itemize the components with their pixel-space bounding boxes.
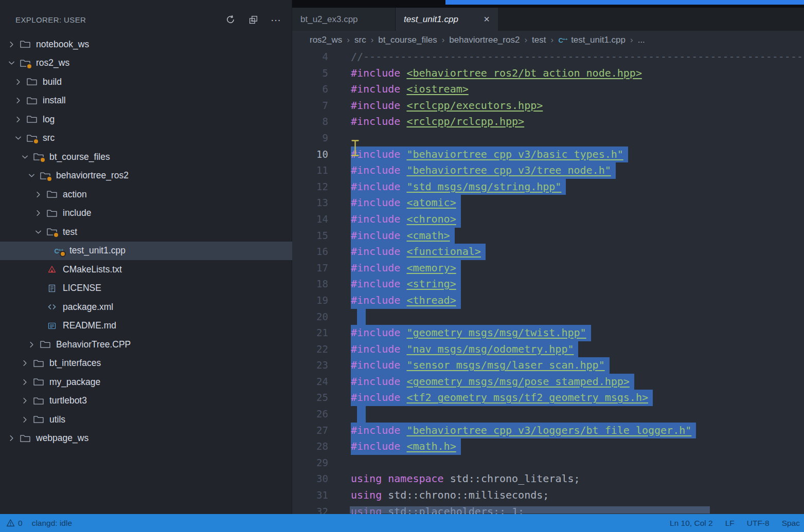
breadcrumb-separator: › xyxy=(550,35,553,45)
breadcrumb-item-src[interactable]: src xyxy=(354,35,366,45)
close-icon[interactable]: × xyxy=(484,13,490,25)
code-line-18[interactable]: 18#include <string> xyxy=(292,276,804,292)
tree-item-license[interactable]: LICENSE xyxy=(0,279,292,298)
tree-item-bt-interfaces[interactable]: bt_interfaces xyxy=(0,354,292,373)
code-line-25[interactable]: 25#include <tf2_geometry_msgs/tf2_geomet… xyxy=(292,390,804,406)
code-line-4[interactable]: 4//-------------------------------------… xyxy=(292,49,804,65)
collapse-folders-icon[interactable] xyxy=(247,13,259,26)
horizontal-scrollbar[interactable] xyxy=(350,506,710,513)
tree-item-webpage-ws[interactable]: webpage_ws xyxy=(0,429,292,448)
chevron-down-icon xyxy=(7,59,15,67)
tree-item-label: ros2_ws xyxy=(36,58,69,68)
tab-bt-u2-ex3-cpp[interactable]: bt_u2_ex3.cpp xyxy=(292,8,396,31)
code-line-31[interactable]: 31using std::chrono::milliseconds; xyxy=(292,487,804,504)
code-line-11[interactable]: 11#include "behaviortree_cpp_v3/tree_nod… xyxy=(292,162,804,179)
tree-item-label: webpage_ws xyxy=(36,433,88,444)
tree-item-behaviortree-ros2[interactable]: behaviortree_ros2 xyxy=(0,167,292,186)
indentation-indicator[interactable]: Spac xyxy=(782,519,800,528)
tree-item-turtlebot3[interactable]: turtlebot3 xyxy=(0,392,292,411)
breadcrumb-item-more[interactable]: ... xyxy=(638,35,645,45)
chevron-right-icon xyxy=(34,190,42,198)
tree-item-label: bt_course_files xyxy=(49,152,110,162)
code-lines: 4//-------------------------------------… xyxy=(292,49,804,514)
tab-label: test_unit1.cpp xyxy=(404,14,458,25)
code-line-17[interactable]: 17#include <memory> xyxy=(292,260,804,277)
line-number: 12 xyxy=(292,179,328,195)
code-line-16[interactable]: 16#include <functional> xyxy=(292,244,804,260)
tree-item-notebook-ws[interactable]: notebook_ws xyxy=(0,35,292,54)
code-line-text: #include <atomic> xyxy=(351,195,461,211)
chevron-right-icon xyxy=(14,97,22,105)
code-line-19[interactable]: 19#include <thread> xyxy=(292,292,804,309)
encoding-indicator[interactable]: UTF-8 xyxy=(747,519,770,528)
code-line-15[interactable]: 15#include <cmath> xyxy=(292,228,804,244)
vscode-window: EXPLORER: USER ··· notebook_wsros2_wsbui… xyxy=(0,0,804,532)
code-line-21[interactable]: 21#include "geometry_msgs/msg/twist.hpp" xyxy=(292,325,804,341)
tree-item-label: turtlebot3 xyxy=(49,395,87,406)
code-editor[interactable]: 4//-------------------------------------… xyxy=(292,49,804,514)
tree-item-include[interactable]: include xyxy=(0,204,292,223)
eol-indicator[interactable]: LF xyxy=(725,519,735,528)
more-actions-icon[interactable]: ··· xyxy=(270,13,282,26)
code-line-30[interactable]: 30using namespace std::chrono_literals; xyxy=(292,471,804,487)
code-line-22[interactable]: 22#include "nav_msgs/msg/odometry.hpp" xyxy=(292,341,804,358)
breadcrumb-item-behaviortree-ros2[interactable]: behaviortree_ros2 xyxy=(449,35,520,45)
tree-item-install[interactable]: install xyxy=(0,91,292,111)
line-number: 6 xyxy=(292,81,328,98)
code-line-text: #include "geometry_msgs/msg/twist.hpp" xyxy=(351,325,591,341)
code-line-12[interactable]: 12#include "std_msgs/msg/string.hpp" xyxy=(292,179,804,195)
chevron-down-icon xyxy=(14,134,22,142)
line-number: 9 xyxy=(292,130,328,146)
clangd-status[interactable]: clangd: idle xyxy=(32,519,72,528)
code-line-13[interactable]: 13#include <atomic> xyxy=(292,195,804,211)
breadcrumb-item-ros2-ws[interactable]: ros2_ws xyxy=(310,35,342,45)
line-number: 25 xyxy=(292,390,328,406)
tree-item-label: include xyxy=(63,208,91,218)
tab-test-unit1-cpp[interactable]: test_unit1.cpp× xyxy=(396,8,498,31)
tree-item-my-package[interactable]: my_package xyxy=(0,373,292,392)
folder-icon xyxy=(20,434,30,443)
selection-highlight: #include <tf2_geometry_msgs/tf2_geometry… xyxy=(351,390,653,406)
code-line-8[interactable]: 8#include <rclcpp/rclcpp.hpp> xyxy=(292,114,804,130)
tree-item-ros2-ws[interactable]: ros2_ws xyxy=(0,54,292,73)
code-line-9[interactable]: 9 xyxy=(292,130,804,146)
chevron-right-icon xyxy=(14,115,22,123)
tree-item-behaviortree-cpp[interactable]: BehaviorTree.CPP xyxy=(0,335,292,354)
tree-item-log[interactable]: log xyxy=(0,110,292,129)
code-line-27[interactable]: 27#include "behaviortree_cpp_v3/loggers/… xyxy=(292,423,804,439)
folder-icon xyxy=(33,396,44,406)
code-line-23[interactable]: 23#include "sensor_msgs/msg/laser_scan.h… xyxy=(292,357,804,374)
chevron-right-icon xyxy=(21,415,29,424)
tree-item-readme-md[interactable]: README.md xyxy=(0,317,292,336)
selection-highlight: #include "nav_msgs/msg/odometry.hpp" xyxy=(351,341,578,358)
code-line-5[interactable]: 5#include <behaviortree_ros2/bt_action_n… xyxy=(292,65,804,82)
tree-item-test-unit1-cpp[interactable]: C++test_unit1.cpp xyxy=(0,242,292,261)
code-line-10[interactable]: 10#include "behaviortree_cpp_v3/basic_ty… xyxy=(292,146,804,163)
code-line-28[interactable]: 28#include <math.h> xyxy=(292,438,804,455)
code-line-6[interactable]: 6#include <iostream> xyxy=(292,81,804,98)
code-line-7[interactable]: 7#include <rclcpp/executors.hpp> xyxy=(292,98,804,114)
cursor-position[interactable]: Ln 10, Col 2 xyxy=(670,519,713,528)
breadcrumb-item-test-unit1-cpp[interactable]: C++test_unit1.cpp xyxy=(558,35,626,45)
line-number: 32 xyxy=(292,504,328,514)
tree-item-action[interactable]: action xyxy=(0,185,292,204)
code-line-14[interactable]: 14#include <chrono> xyxy=(292,211,804,228)
refresh-explorer-icon[interactable] xyxy=(224,13,237,26)
tree-item-package-xml[interactable]: package.xml xyxy=(0,298,292,317)
line-number: 4 xyxy=(292,49,328,65)
code-line-26[interactable]: 26 xyxy=(292,406,804,423)
tree-item-build[interactable]: build xyxy=(0,72,292,91)
code-line-29[interactable]: 29 xyxy=(292,455,804,471)
tree-item-utils[interactable]: utils xyxy=(0,410,292,429)
tree-item-bt-course-files[interactable]: bt_course_files xyxy=(0,148,292,167)
breadcrumb-item-test[interactable]: test xyxy=(532,35,546,45)
code-line-20[interactable]: 20 xyxy=(292,309,804,325)
breadcrumb-item-bt-course-files[interactable]: bt_course_files xyxy=(378,35,437,45)
code-line-24[interactable]: 24#include <geometry_msgs/msg/pose_stamp… xyxy=(292,374,804,390)
tree-item-test[interactable]: test xyxy=(0,223,292,242)
problems-warning-count[interactable]: 0 xyxy=(6,519,23,528)
code-line-text: //--------------------------------------… xyxy=(351,49,804,65)
tree-item-cmakelists-txt[interactable]: CMakeLists.txt xyxy=(0,260,292,279)
tree-item-src[interactable]: src xyxy=(0,129,292,148)
selection-highlight: #include "sensor_msgs/msg/laser_scan.hpp… xyxy=(351,357,610,374)
